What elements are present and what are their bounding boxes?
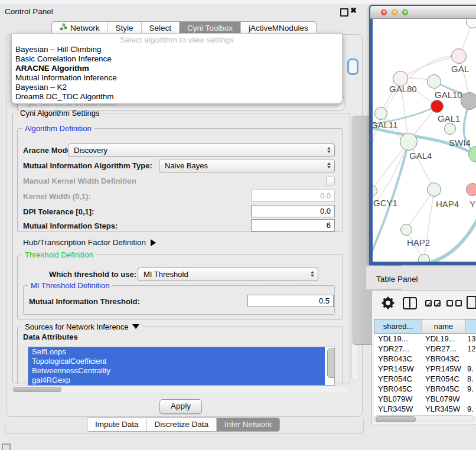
close-icon[interactable]: ✖ [350, 6, 357, 15]
bottom-tab-infer-network[interactable]: Infer Network [217, 418, 279, 431]
network-node-swi4[interactable] [444, 123, 456, 135]
table-cell[interactable]: YDR27... [422, 344, 465, 354]
table-cell[interactable]: YPR145W [374, 364, 422, 374]
table-cell[interactable]: YPR145W [422, 364, 465, 374]
attribute-list-item[interactable]: gal4RGexp [28, 376, 325, 385]
manual-kernel-checkbox [326, 177, 335, 185]
hub-definition-expander[interactable]: Hub/Transcription Factor Definition [23, 238, 156, 247]
bottom-tab-impute-data[interactable]: Impute Data [87, 418, 147, 431]
table-cell[interactable]: YDL19... [374, 334, 422, 344]
which-threshold-value: MI Threshold [144, 270, 188, 279]
minimize-traffic-light-icon[interactable] [392, 9, 397, 15]
table-column-header[interactable] [465, 319, 476, 334]
algorithm-option[interactable]: Basic Correlation Inference [12, 54, 342, 64]
mi-algorithm-type-label: Mutual Information Algorithm Type: [23, 161, 152, 170]
network-node-hap2[interactable] [400, 224, 412, 236]
table-cell[interactable]: 9. [465, 384, 476, 394]
deselect-all-checkboxes-icon[interactable] [446, 300, 462, 311]
apply-button[interactable]: Apply [159, 399, 202, 414]
mi-steps-value: 6 [327, 221, 331, 230]
float-window-icon[interactable] [340, 8, 348, 17]
table-cell[interactable]: YDL19... [422, 334, 465, 344]
mi-steps-field[interactable]: 6 [251, 219, 335, 231]
network-node-gal1[interactable] [431, 100, 444, 113]
algorithm-option[interactable]: Bayesian – Hill Climbing [12, 45, 342, 54]
table-column-header[interactable]: shared... [374, 319, 422, 334]
algorithm-option[interactable]: ARACNE Algorithm [12, 64, 342, 73]
table-row[interactable]: YDL19...YDL19...13 [374, 334, 476, 344]
table-cell[interactable] [465, 354, 476, 364]
split-columns-icon[interactable] [403, 297, 417, 309]
network-node-hap4[interactable] [427, 182, 441, 197]
table-cell[interactable]: YBR045C [374, 384, 422, 394]
settings-gear-icon[interactable] [382, 296, 395, 312]
attributes-scrollbar[interactable] [327, 348, 334, 381]
network-node-label: GAL [451, 64, 469, 74]
network-node-gal10[interactable] [427, 74, 441, 89]
table-cell[interactable]: 12 [465, 344, 476, 354]
settings-horizontal-scrollbar[interactable] [11, 386, 350, 393]
network-window-titlebar[interactable] [370, 6, 476, 19]
attribute-list-item[interactable]: SelfLoops [28, 347, 325, 357]
table-row[interactable]: YER054CYER054C8. [374, 374, 476, 384]
table-cell[interactable]: YER054C [422, 374, 465, 384]
table-cell[interactable]: YER054C [374, 374, 422, 384]
table-cell[interactable]: YLR345W [422, 404, 465, 414]
table-row[interactable]: YBR045CYBR045C9. [374, 384, 476, 394]
table-cell[interactable]: YLR345W [374, 404, 422, 414]
table-cell[interactable] [465, 394, 476, 404]
bottom-tab-discretize-data[interactable]: Discretize Data [147, 418, 217, 431]
network-node-gal[interactable] [451, 48, 467, 64]
document-icon[interactable] [467, 296, 476, 309]
mi-steps-label: Mutual Information Steps: [23, 221, 118, 230]
attribute-list-item[interactable]: TopologicalCoefficient [28, 357, 325, 366]
algorithm-option-list: Bayesian – Hill ClimbingBasic Correlatio… [12, 45, 342, 102]
table-horizontal-scrollbar[interactable] [374, 415, 475, 422]
network-canvas[interactable]: GALGAL80GAL10GAL1SWI4GAL11GAL4GCY1HAP4YH… [373, 19, 476, 262]
select-all-checkboxes-icon[interactable]: ✓✓ [425, 300, 441, 311]
app-root: Control Panel ✖ NetworkStyleSelectCyni T… [0, 0, 476, 450]
network-node-gal4[interactable] [400, 133, 418, 151]
focused-spinner-button[interactable] [347, 58, 358, 75]
table-row[interactable]: YLR345WYLR345W9. [374, 404, 476, 414]
table-cell[interactable]: YDR27... [374, 344, 422, 354]
algorithm-option[interactable]: Mutual Information Inference [12, 73, 342, 83]
aracne-mode-combo[interactable]: Discovery [68, 144, 335, 157]
table-cell[interactable]: 9. [465, 404, 476, 414]
algorithm-option[interactable]: Bayesian – K2 [12, 83, 342, 92]
table-cell[interactable]: YBR045C [422, 384, 465, 394]
network-node-y[interactable] [466, 183, 476, 196]
network-node[interactable] [418, 254, 430, 262]
dpi-tolerance-field[interactable]: 0.0 [251, 205, 335, 217]
control-panel-content: gal-filtered.sif default node Select alg… [6, 34, 363, 417]
table-cell[interactable]: 8. [465, 374, 476, 384]
network-node-gal11[interactable] [374, 107, 387, 120]
aracne-mode-value: Discovery [74, 146, 107, 155]
table-row[interactable]: YBR043CYBR043C [374, 354, 476, 364]
table-cell[interactable]: YBR043C [422, 354, 465, 364]
mi-algorithm-type-combo[interactable]: Naive Bayes [159, 159, 335, 172]
sources-group-title[interactable]: Sources for Network Inference [22, 322, 142, 331]
network-node[interactable] [461, 92, 476, 110]
table-cell[interactable]: YBR043C [374, 354, 422, 364]
table-cell[interactable]: 13 [465, 334, 476, 344]
which-threshold-label: Which threshold to use: [49, 270, 136, 279]
algorithm-option[interactable]: Dream8 DC_TDC Algorithm [12, 92, 342, 102]
table-cell[interactable]: YBL079W [422, 394, 465, 404]
sources-title-text: Sources for Network Inference [25, 322, 129, 331]
table-row[interactable]: YPR145WYPR145W9. [374, 364, 476, 374]
zoom-traffic-light-icon[interactable] [402, 9, 408, 15]
close-traffic-light-icon[interactable] [381, 9, 387, 15]
dpi-tolerance-value: 0.0 [320, 207, 331, 216]
dock-panel-icon[interactable] [2, 444, 11, 450]
table-column-header[interactable]: name [422, 319, 465, 334]
table-row[interactable]: YBL079WYBL079W [374, 394, 476, 404]
table-cell[interactable]: 9. [465, 364, 476, 374]
table-row[interactable]: YDR27...YDR27...12 [374, 344, 476, 354]
table-cell[interactable]: YBL079W [374, 394, 422, 404]
attribute-list-item[interactable]: BetweennessCentrality [28, 366, 325, 376]
settings-vertical-scrollbar[interactable] [351, 114, 359, 381]
which-threshold-combo[interactable]: MI Threshold [138, 268, 318, 281]
mi-threshold-field[interactable]: 0.5 [247, 295, 334, 307]
aracne-mode-label: Aracne Mode: [23, 146, 74, 155]
